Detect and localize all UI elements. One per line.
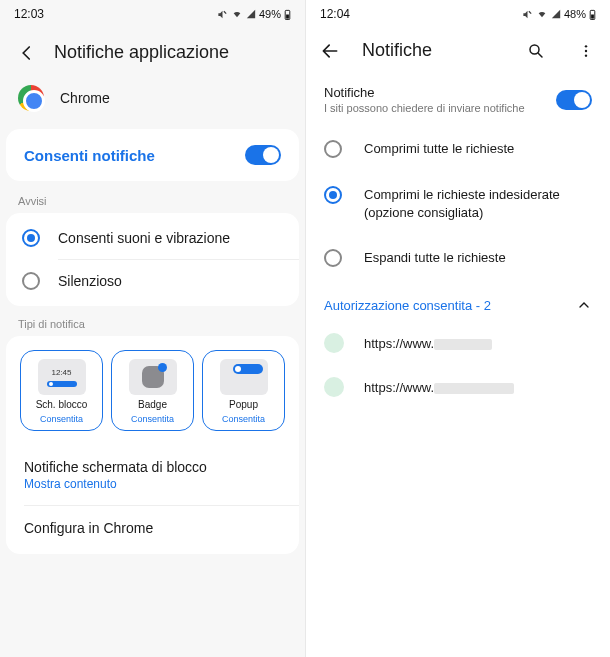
silent-label: Silenzioso — [58, 273, 122, 289]
sound-vibration-option[interactable]: Consenti suoni e vibrazione — [6, 217, 299, 259]
header: Notifiche — [306, 28, 610, 73]
wifi-icon — [231, 9, 243, 19]
status-icons: 49% — [217, 8, 291, 20]
chrome-icon — [18, 85, 44, 111]
svg-rect-1 — [286, 14, 289, 18]
status-time: 12:03 — [14, 7, 44, 21]
more-icon[interactable] — [576, 41, 596, 61]
app-name: Chrome — [60, 90, 110, 106]
status-battery: 48% — [564, 8, 586, 20]
site-row[interactable]: https://www. — [306, 321, 610, 365]
option-expand-all[interactable]: Espandi tutte le richieste — [306, 235, 610, 281]
sound-label: Consenti suoni e vibrazione — [58, 230, 230, 246]
battery-icon — [284, 9, 291, 20]
option-compress-unwanted[interactable]: Comprimi le richieste indesiderate (opzi… — [306, 172, 610, 235]
status-battery: 49% — [259, 8, 281, 20]
site-favicon — [324, 377, 344, 397]
radio-unselected-icon — [22, 272, 40, 290]
back-icon[interactable] — [320, 41, 340, 61]
site-url: https://www. — [364, 380, 514, 395]
status-icons: 48% — [522, 8, 596, 20]
notifications-master-row: Notifiche I siti possono chiedere di inv… — [306, 73, 610, 126]
mute-icon — [522, 9, 533, 20]
avvisi-label: Avvisi — [0, 191, 305, 213]
svg-point-4 — [530, 45, 539, 54]
status-bar: 12:04 48% — [306, 0, 610, 28]
allow-toggle[interactable] — [245, 145, 281, 165]
signal-icon — [246, 9, 256, 19]
silent-option[interactable]: Silenzioso — [6, 260, 299, 302]
svg-point-5 — [585, 45, 587, 47]
redacted — [434, 383, 514, 394]
notif-sub: I siti possono chiedere di inviare notif… — [324, 102, 556, 114]
wifi-icon — [536, 9, 548, 19]
type-lockscreen[interactable]: 12:45 Sch. blocco Consentita — [20, 350, 103, 431]
allow-notifications-row[interactable]: Consenti notifiche — [6, 129, 299, 181]
svg-point-6 — [585, 49, 587, 51]
types-card: 12:45 Sch. blocco Consentita Badge Conse… — [6, 336, 299, 554]
type-popup[interactable]: Popup Consentita — [202, 350, 285, 431]
radio-selected-icon — [324, 186, 342, 204]
chevron-up-icon — [576, 297, 592, 313]
site-url: https://www. — [364, 336, 492, 351]
header: Notifiche applicazione — [0, 28, 305, 75]
notifications-toggle[interactable] — [556, 90, 592, 110]
app-row: Chrome — [0, 75, 305, 129]
lockscreen-preview: 12:45 — [38, 359, 86, 395]
configure-in-chrome-item[interactable]: Configura in Chrome — [6, 506, 299, 550]
radio-unselected-icon — [324, 140, 342, 158]
avvisi-card: Consenti suoni e vibrazione Silenzioso — [6, 213, 299, 306]
notif-title: Notifiche — [324, 85, 556, 100]
option-compress-all[interactable]: Comprimi tutte le richieste — [306, 126, 610, 172]
permissions-header[interactable]: Autorizzazione consentita - 2 — [306, 281, 610, 321]
allow-label: Consenti notifiche — [24, 147, 155, 164]
badge-preview — [129, 359, 177, 395]
status-time: 12:04 — [320, 7, 350, 21]
back-icon[interactable] — [18, 44, 36, 62]
redacted — [434, 339, 492, 350]
site-row[interactable]: https://www. — [306, 365, 610, 409]
mute-icon — [217, 9, 228, 20]
battery-icon — [589, 9, 596, 20]
page-title: Notifiche applicazione — [54, 42, 229, 63]
popup-preview — [220, 359, 268, 395]
svg-point-7 — [585, 54, 587, 56]
svg-rect-3 — [591, 14, 594, 18]
status-bar: 12:03 49% — [0, 0, 305, 28]
radio-unselected-icon — [324, 249, 342, 267]
signal-icon — [551, 9, 561, 19]
tipi-label: Tipi di notifica — [0, 314, 305, 336]
page-title: Notifiche — [362, 40, 504, 61]
type-badge[interactable]: Badge Consentita — [111, 350, 194, 431]
lockscreen-notifications-item[interactable]: Notifiche schermata di blocco Mostra con… — [6, 445, 299, 505]
permissions-label: Autorizzazione consentita - 2 — [324, 298, 491, 313]
search-icon[interactable] — [526, 41, 546, 61]
radio-selected-icon — [22, 229, 40, 247]
site-favicon — [324, 333, 344, 353]
